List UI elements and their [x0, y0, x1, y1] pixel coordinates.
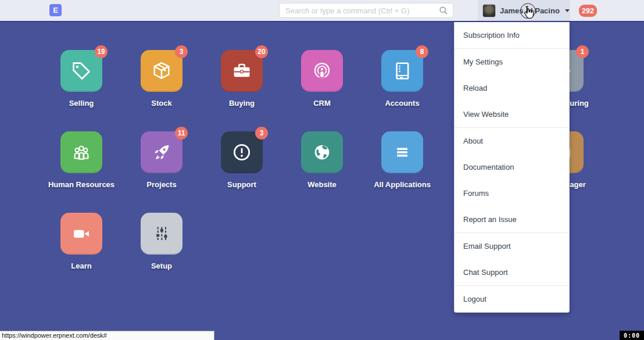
menu-item-reload[interactable]: Reload — [455, 75, 569, 101]
menu-item-email-support[interactable]: Email Support — [455, 233, 569, 259]
app-support[interactable]: 3 Support — [202, 131, 282, 189]
globe-icon — [311, 141, 333, 163]
search-icon[interactable] — [438, 5, 449, 16]
app-setup[interactable]: Setup — [121, 213, 202, 270]
app-tile[interactable] — [381, 131, 423, 173]
username: James Al Pacino — [500, 6, 560, 15]
people-icon — [70, 141, 92, 163]
menu-item-chat-support[interactable]: Chat Support — [455, 259, 569, 285]
app-tile[interactable] — [301, 131, 343, 173]
unread-count-badge: 3 — [255, 127, 268, 139]
podcast-icon — [311, 60, 333, 82]
app-label: Projects — [121, 180, 202, 189]
app-all-applications[interactable]: All Applications — [362, 131, 442, 189]
app-tile[interactable] — [60, 213, 102, 255]
app-stock[interactable]: 3 Stock — [121, 50, 202, 108]
app-tile[interactable] — [60, 131, 102, 173]
app-label: Stock — [121, 99, 202, 108]
app-label: Accounts — [362, 99, 442, 108]
alert-circle-icon — [231, 141, 253, 163]
video-camera-icon — [70, 223, 92, 245]
app-label: Buying — [202, 99, 282, 108]
erpnext-logo[interactable]: E — [49, 4, 62, 16]
user-menu-trigger[interactable]: James Al Pacino — [478, 0, 570, 21]
search-input[interactable] — [280, 6, 438, 15]
user-dropdown-menu: Subscription Info My Settings Reload Vie… — [454, 22, 570, 313]
unread-count-badge: 19 — [95, 45, 108, 58]
app-tile[interactable]: 19 — [60, 50, 102, 92]
erpnext-desk: { "navbar": { "logo_text": "E", "search"… — [0, 0, 644, 340]
app-buying[interactable]: 20 Buying — [202, 50, 282, 108]
unread-count-badge: 8 — [416, 45, 428, 58]
app-website[interactable]: Website — [282, 131, 362, 189]
briefcase-icon — [231, 60, 253, 82]
rocket-icon — [151, 141, 173, 163]
app-accounts[interactable]: 8 Accounts — [362, 50, 442, 108]
chevron-down-icon — [565, 9, 570, 12]
unread-count-badge: 1 — [576, 45, 589, 58]
tag-icon — [70, 60, 92, 82]
app-label: All Applications — [362, 180, 442, 189]
app-tile[interactable]: 20 — [221, 50, 263, 92]
notifications-badge[interactable]: 292 — [579, 5, 597, 17]
recording-timer: 0:00 — [620, 331, 644, 340]
link-status-bar: https://windpower.erpnext.com/desk# — [0, 331, 214, 340]
menu-item-logout[interactable]: Logout — [455, 286, 569, 312]
app-crm[interactable]: CRM — [282, 50, 362, 108]
app-human-resources[interactable]: Human Resources — [41, 131, 121, 189]
unread-count-badge: 11 — [175, 127, 188, 139]
app-tile[interactable]: 8 — [381, 50, 423, 92]
menu-lines-icon — [391, 141, 413, 163]
app-label: Website — [282, 180, 362, 189]
ledger-icon — [391, 60, 413, 82]
app-label: Learn — [41, 262, 121, 270]
app-projects[interactable]: 11 Projects — [121, 131, 202, 189]
app-tile[interactable]: 3 — [221, 131, 263, 173]
global-search — [279, 3, 453, 18]
app-tile[interactable] — [301, 50, 343, 92]
app-label: Selling — [41, 99, 121, 108]
app-tile[interactable]: 11 — [141, 131, 183, 173]
app-selling[interactable]: 19 Selling — [41, 50, 121, 108]
app-learn[interactable]: Learn — [41, 213, 121, 270]
menu-item-report-an-issue[interactable]: Report an Issue — [455, 206, 569, 232]
app-label: Human Resources — [41, 180, 121, 189]
app-label: CRM — [282, 99, 362, 108]
app-tile[interactable] — [141, 213, 183, 255]
app-label: Support — [202, 180, 282, 189]
navbar: E James Al Pacino 292 — [0, 0, 644, 22]
unread-count-badge: 20 — [255, 45, 268, 58]
app-label: Setup — [121, 262, 202, 270]
menu-item-about[interactable]: About — [455, 128, 569, 154]
menu-item-forums[interactable]: Forums — [455, 180, 569, 206]
avatar — [482, 4, 496, 17]
menu-item-documentation[interactable]: Documentation — [455, 154, 569, 180]
menu-item-my-settings[interactable]: My Settings — [455, 49, 569, 75]
menu-item-subscription-info[interactable]: Subscription Info — [455, 22, 569, 48]
sliders-icon — [151, 223, 173, 245]
app-tile[interactable]: 3 — [141, 50, 183, 92]
menu-item-view-website[interactable]: View Website — [455, 101, 569, 127]
unread-count-badge: 3 — [175, 45, 188, 58]
box-icon — [151, 60, 173, 82]
